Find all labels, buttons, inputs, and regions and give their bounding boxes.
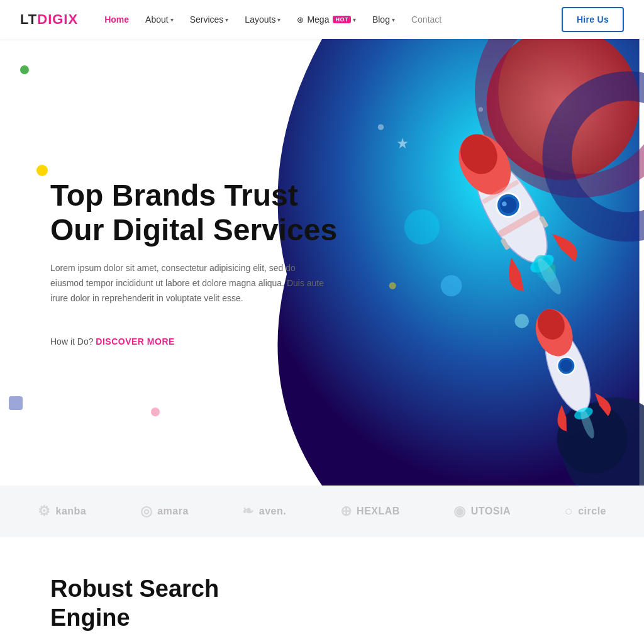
svg-point-5 (404, 209, 440, 245)
discover-more-link[interactable]: DISCOVER MORE (96, 336, 175, 347)
dot-blue (9, 396, 23, 410)
nav-item-layouts[interactable]: Layouts ▾ (238, 11, 287, 28)
utosia-icon: ◉ (453, 503, 466, 519)
nav-link-layouts[interactable]: Layouts ▾ (238, 11, 287, 28)
nav-item-home[interactable]: Home (98, 11, 135, 28)
nav-links: Home About ▾ Services ▾ Layouts ▾ ⊛Mega … (98, 11, 562, 28)
brand-kanba: ⚙ kanba (38, 503, 86, 519)
hero-section: Top Brands Trust Our Digital Services Lo… (0, 39, 644, 486)
aven-label: aven. (259, 506, 286, 517)
cta-pre-text: How it Do? (50, 336, 93, 347)
brand-circle: ○ circle (564, 503, 606, 519)
logo-lt: LT (20, 11, 37, 28)
kanba-label: kanba (56, 506, 87, 517)
bottom-title: Robust Search Engine (50, 575, 289, 632)
nav-link-contact[interactable]: Contact (405, 11, 448, 28)
hexlab-label: HEXLAB (357, 506, 400, 517)
hero-title: Top Brands Trust Our Digital Services (50, 178, 340, 247)
chevron-icon: ▾ (225, 16, 228, 23)
hot-badge: HOT (333, 16, 351, 23)
nav-link-about[interactable]: About ▾ (139, 11, 180, 28)
logo-digix: DIGIX (37, 11, 78, 28)
amara-icon: ◎ (140, 503, 153, 519)
svg-point-7 (515, 314, 529, 328)
brand-amara: ◎ amara (140, 503, 189, 519)
hero-cta: How it Do? DISCOVER MORE (50, 336, 340, 347)
brand-utosia: ◉ UTOSIA (453, 503, 511, 519)
brand-aven: ❧ aven. (242, 503, 286, 519)
nav-link-services[interactable]: Services ▾ (184, 11, 235, 28)
kanba-icon: ⚙ (38, 503, 51, 519)
brand-hexlab: ⊕ HEXLAB (340, 503, 400, 519)
svg-point-9 (479, 107, 483, 111)
nav-link-blog[interactable]: Blog ▾ (366, 11, 401, 28)
nav-item-mega[interactable]: ⊛Mega HOT ▾ (291, 11, 362, 28)
hire-us-button[interactable]: Hire Us (562, 7, 624, 32)
hexlab-icon: ⊕ (340, 503, 352, 519)
svg-point-6 (441, 275, 462, 297)
chevron-icon: ▾ (392, 16, 395, 23)
chevron-icon: ▾ (353, 16, 356, 23)
nav-item-services[interactable]: Services ▾ (184, 11, 235, 28)
brands-strip: ⚙ kanba ◎ amara ❧ aven. ⊕ HEXLAB ◉ UTOSI… (0, 486, 644, 537)
svg-point-8 (378, 124, 384, 130)
bottom-section: Robust Search Engine (0, 537, 644, 644)
circle-icon: ○ (564, 503, 573, 519)
circle-label: circle (578, 506, 606, 517)
chevron-icon: ▾ (277, 16, 280, 23)
hero-description: Lorem ipsum dolor sit amet, consectetur … (50, 261, 327, 306)
aven-icon: ❧ (242, 503, 254, 519)
nav-link-mega[interactable]: ⊛Mega HOT ▾ (291, 11, 362, 28)
nav-item-contact[interactable]: Contact (405, 11, 448, 28)
amara-label: amara (157, 506, 189, 517)
dot-pink (151, 408, 160, 416)
utosia-label: UTOSIA (471, 506, 511, 517)
svg-point-10 (389, 282, 396, 289)
dot-green (20, 65, 29, 74)
mega-icon: ⊛ (297, 15, 304, 25)
logo[interactable]: LT DIGIX (20, 11, 78, 28)
chevron-icon: ▾ (170, 16, 174, 23)
svg-point-4 (557, 403, 628, 474)
hero-content: Top Brands Trust Our Digital Services Lo… (0, 140, 340, 384)
nav-item-about[interactable]: About ▾ (139, 11, 180, 28)
nav-link-home[interactable]: Home (98, 11, 135, 28)
navbar: LT DIGIX Home About ▾ Services ▾ Layouts… (0, 0, 644, 39)
nav-item-blog[interactable]: Blog ▾ (366, 11, 401, 28)
